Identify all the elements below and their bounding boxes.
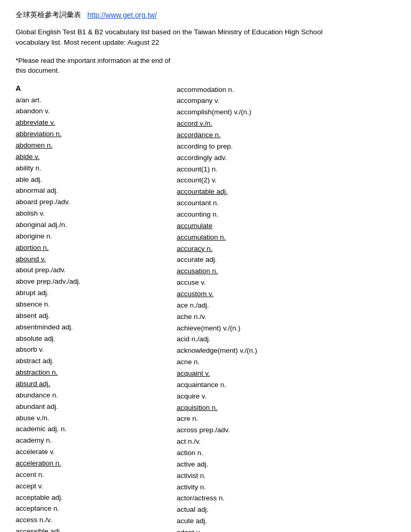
list-item: adapt v.	[177, 527, 395, 532]
list-item: accomplish(ment) v./(n.)	[177, 107, 395, 118]
list-item: abide v.	[16, 151, 171, 163]
section-letter-a: A	[16, 84, 171, 92]
list-item: accusation n.	[177, 265, 395, 277]
list-item: acceleration n.	[16, 458, 171, 469]
list-item: acquaintance n.	[177, 379, 395, 391]
list-item: a/an art.	[16, 95, 171, 106]
list-item: acknowledge(ment) v./(n.)	[177, 345, 395, 356]
header-line: 全球英檢參考詞彙表 http://www.get.org.tw/	[16, 10, 395, 20]
note-block: *Please read the important information a…	[16, 56, 182, 76]
intro-block: Global English Test B1 & B2 vocabulary l…	[16, 27, 395, 48]
word-columns: A a/an art.abandon v.abbreviate v.abbrev…	[16, 84, 395, 533]
list-item: absent adj.	[16, 310, 171, 322]
list-item: academic adj. n.	[16, 423, 171, 435]
list-item: abbreviate v.	[16, 117, 171, 128]
list-item: acceptable adj.	[16, 492, 171, 503]
list-item: academy n.	[16, 435, 171, 446]
list-item: actual adj.	[177, 504, 395, 515]
list-item: absorb v.	[16, 344, 171, 355]
list-item: abrupt adj.	[16, 287, 171, 299]
list-item: accept v.	[16, 481, 171, 492]
list-item: above prep./adv./adj.	[16, 276, 171, 287]
list-item: abstraction n.	[16, 367, 171, 378]
list-item: abound v.	[16, 254, 171, 265]
list-item: accumulate	[177, 220, 395, 232]
list-item: according to prep.	[177, 141, 395, 152]
list-item: accommodation n.	[177, 84, 395, 96]
list-item: abolish v.	[16, 208, 171, 219]
list-item: able adj.	[16, 174, 171, 185]
list-item: activist n.	[177, 470, 395, 482]
list-item: aboriginal adj./n.	[16, 219, 171, 231]
list-item: ache n./v.	[177, 311, 395, 323]
list-item: absentminded adj.	[16, 322, 171, 333]
list-item: accelerate v.	[16, 446, 171, 458]
list-item: account(2) v.	[177, 175, 395, 186]
list-item: aboard prep./adv.	[16, 196, 171, 208]
list-item: acquaint v.	[177, 368, 395, 379]
list-item: accustom v.	[177, 288, 395, 300]
list-item: across prep./adv.	[177, 424, 395, 436]
list-item: ace n./adj.	[177, 300, 395, 311]
list-item: abdomen n.	[16, 140, 171, 151]
list-item: accordance n.	[177, 129, 395, 141]
list-item: achieve(ment) v./(n.)	[177, 323, 395, 334]
list-item: absolute adj.	[16, 333, 171, 344]
list-item: activity n.	[177, 482, 395, 493]
intro-line1: Global English Test B1 & B2 vocabulary l…	[16, 28, 323, 36]
list-item: accountant n.	[177, 197, 395, 209]
list-item: acquire v.	[177, 391, 395, 402]
list-item: about prep./adv.	[16, 264, 171, 276]
list-item: accurate adj.	[177, 254, 395, 265]
list-item: abandon v.	[16, 105, 171, 117]
header-title: 全球英檢參考詞彙表	[16, 10, 81, 20]
list-item: actor/actress n.	[177, 493, 395, 504]
list-item: accounting n.	[177, 209, 395, 220]
list-item: access n./v.	[16, 514, 171, 526]
list-item: acquisition n.	[177, 402, 395, 414]
list-item: accessible adj.	[16, 526, 171, 532]
right-column: accommodation n.accompany v.accomplish(m…	[177, 84, 395, 533]
list-item: acceptance n.	[16, 503, 171, 514]
list-item: accordingly adv.	[177, 152, 395, 164]
list-item: ability n.	[16, 163, 171, 174]
list-item: acne n.	[177, 356, 395, 368]
list-item: accompany v.	[177, 95, 395, 107]
list-item: accuracy n.	[177, 243, 395, 255]
right-word-list: accommodation n.accompany v.accomplish(m…	[177, 84, 395, 533]
left-column: A a/an art.abandon v.abbreviate v.abbrev…	[16, 84, 177, 533]
list-item: abuse v./n.	[16, 413, 171, 424]
list-item: absurd adj.	[16, 378, 171, 390]
list-item: abundance n.	[16, 390, 171, 401]
list-item: absence n.	[16, 299, 171, 310]
note-text: *Please read the important information a…	[16, 57, 170, 75]
list-item: abundant adj.	[16, 401, 171, 413]
list-item: abnormal adj.	[16, 185, 171, 196]
list-item: active adj.	[177, 459, 395, 470]
list-item: account(1) n.	[177, 164, 395, 175]
list-item: accuse v.	[177, 277, 395, 288]
list-item: accountable adj.	[177, 186, 395, 197]
list-item: aborigine n.	[16, 231, 171, 242]
header-link[interactable]: http://www.get.org.tw/	[87, 11, 157, 19]
list-item: acre n.	[177, 413, 395, 424]
list-item: acid n./adj.	[177, 334, 395, 345]
list-item: accent n.	[16, 469, 171, 481]
intro-line2: vocabulary list. Most recent update: Aug…	[16, 38, 159, 46]
list-item: accord v./n.	[177, 118, 395, 129]
left-word-list: a/an art.abandon v.abbreviate v.abbrevia…	[16, 95, 171, 533]
list-item: abstract adj.	[16, 355, 171, 367]
list-item: abortion n.	[16, 242, 171, 254]
list-item: acute adj.	[177, 515, 395, 527]
list-item: action n.	[177, 447, 395, 459]
list-item: accumulation n.	[177, 232, 395, 243]
list-item: abbreviation n.	[16, 128, 171, 140]
list-item: act n./v.	[177, 436, 395, 447]
